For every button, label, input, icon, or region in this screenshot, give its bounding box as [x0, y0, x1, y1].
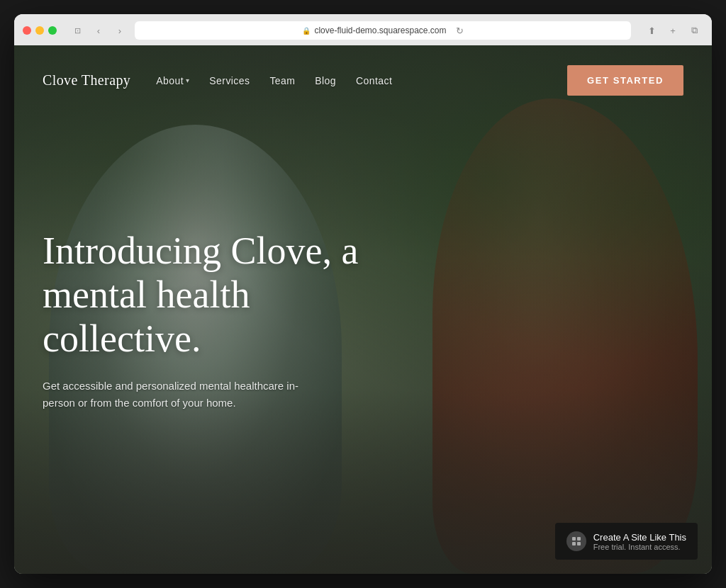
cta-button[interactable]: GET STARTED	[567, 65, 683, 96]
website: Clove Therapy About ▾ Services Team Blog…	[14, 45, 712, 574]
nav-about[interactable]: About ▾	[156, 75, 189, 86]
reload-icon[interactable]: ↻	[456, 26, 464, 36]
ss-badge-text: Create A Site Like This Free trial. Inst…	[593, 532, 686, 551]
ss-badge-title: Create A Site Like This	[593, 532, 686, 543]
share-button[interactable]: ⬆	[642, 23, 661, 38]
hero-subtext: Get accessible and personalized mental h…	[43, 378, 326, 412]
minimize-button[interactable]	[35, 26, 44, 35]
multi-tab-button[interactable]: ⧉	[685, 23, 703, 38]
svg-rect-0	[572, 537, 576, 541]
nav-links: About ▾ Services Team Blog Contact	[156, 75, 567, 86]
nav-team[interactable]: Team	[269, 75, 295, 86]
add-tab-button[interactable]: +	[664, 23, 682, 38]
svg-rect-1	[577, 537, 581, 541]
window-button[interactable]: ⊡	[68, 23, 86, 38]
url-text: clove-fluid-demo.squarespace.com	[314, 26, 446, 35]
ss-badge-subtitle: Free trial. Instant access.	[593, 543, 686, 551]
forward-button[interactable]: ›	[111, 23, 129, 38]
traffic-lights	[23, 26, 57, 35]
site-logo[interactable]: Clove Therapy	[43, 72, 130, 89]
browser-actions: ⬆ + ⧉	[642, 23, 703, 38]
svg-rect-2	[572, 542, 576, 545]
browser-nav: ⊡ ‹ ›	[68, 23, 129, 38]
nav-blog[interactable]: Blog	[315, 75, 336, 86]
nav-services[interactable]: Services	[209, 75, 250, 86]
hero-content: Introducing Clove, a mental health colle…	[14, 229, 712, 412]
svg-rect-3	[577, 542, 581, 545]
maximize-button[interactable]	[48, 26, 57, 35]
site-nav: Clove Therapy About ▾ Services Team Blog…	[14, 45, 712, 115]
hero-headline: Introducing Clove, a mental health colle…	[43, 229, 383, 361]
browser-chrome: ⊡ ‹ › 🔒 clove-fluid-demo.squarespace.com…	[14, 14, 712, 45]
squarespace-badge[interactable]: Create A Site Like This Free trial. Inst…	[555, 523, 698, 560]
close-button[interactable]	[23, 26, 31, 35]
chevron-down-icon: ▾	[186, 77, 189, 84]
back-button[interactable]: ‹	[89, 23, 108, 38]
lock-icon: 🔒	[302, 27, 311, 35]
squarespace-icon	[566, 531, 586, 551]
address-bar[interactable]: 🔒 clove-fluid-demo.squarespace.com ↻	[135, 21, 631, 40]
browser-window: ⊡ ‹ › 🔒 clove-fluid-demo.squarespace.com…	[14, 14, 712, 574]
browser-toolbar: ⊡ ‹ › 🔒 clove-fluid-demo.squarespace.com…	[23, 21, 703, 40]
nav-contact[interactable]: Contact	[356, 75, 392, 86]
